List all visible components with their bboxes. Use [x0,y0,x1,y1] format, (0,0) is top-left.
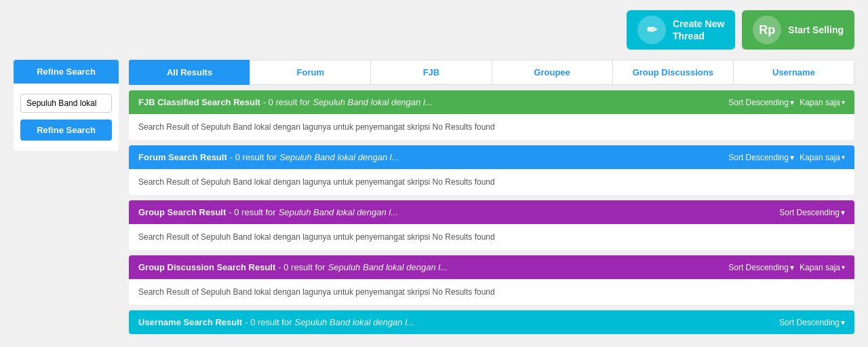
forum-query: Sepuluh Band lokal dengan l... [279,152,399,162]
tab-forum[interactable]: Forum [250,60,370,85]
username-title: Username Search Result [138,317,242,327]
forum-sort-label: Sort Descending [728,153,789,162]
fjb-kapan-control[interactable]: Kapan saja ▾ [800,98,845,107]
forum-header-right: Sort Descending ▾ Kapan saja ▾ [728,153,845,162]
group-disc-kapan-label: Kapan saja [800,263,840,272]
tab-groupee[interactable]: Groupee [492,60,612,85]
group-disc-title: Group Discussion Search Result [138,262,275,272]
fjb-sort-label: Sort Descending [728,98,789,107]
start-selling-icon: Rp [753,16,781,44]
group-disc-query: Sepuluh Band lokal dengan l... [328,262,448,272]
group-disc-result-body: Search Result of Sepuluh Band lokal deng… [129,279,854,305]
fjb-query: Sepuluh Band lokal dengan l... [313,97,432,107]
fjb-title: FJB Classified Search Result [138,97,260,107]
group-disc-header-left: Group Discussion Search Result - 0 resul… [138,262,448,272]
username-sort-arrow: ▾ [841,318,845,327]
result-section-fjb: FJB Classified Search Result - 0 result … [129,90,854,140]
fjb-sort-arrow: ▾ [790,98,794,107]
username-count: - 0 result for [245,317,292,327]
username-sort-control[interactable]: Sort Descending ▾ [779,318,845,327]
group-sort-control[interactable]: Sort Descending ▾ [779,208,845,217]
fjb-kapan-arrow: ▾ [842,98,845,106]
group-header-left: Group Search Result - 0 result for Sepul… [138,207,398,217]
fjb-count: - 0 result for [263,97,310,107]
fjb-sort-control[interactable]: Sort Descending ▾ [728,98,794,107]
tab-all-results[interactable]: All Results [129,60,250,85]
group-title: Group Search Result [138,207,226,217]
group-disc-header-right: Sort Descending ▾ Kapan saja ▾ [728,263,845,272]
group-sort-arrow: ▾ [841,208,845,217]
username-query: Sepuluh Band lokal dengan l... [295,317,414,327]
refine-search-button[interactable]: Refine Search [20,120,112,141]
forum-header-left: Forum Search Result - 0 result for Sepul… [138,152,399,162]
forum-sort-arrow: ▾ [790,153,794,162]
group-disc-sort-arrow: ▾ [790,263,794,272]
forum-sort-control[interactable]: Sort Descending ▾ [728,153,794,162]
group-disc-sort-label: Sort Descending [728,263,789,272]
forum-title: Forum Search Result [138,152,227,162]
start-selling-button[interactable]: Rp Start Selling [742,10,854,50]
tab-fjb[interactable]: FJB [370,60,491,85]
create-thread-label: Create NewThread [673,18,724,42]
create-thread-icon: ✏ [637,16,666,44]
group-sort-label: Sort Descending [779,208,840,217]
group-body-text: Search Result of Sepuluh Band lokal deng… [138,232,495,242]
forum-result-body: Search Result of Sepuluh Band lokal deng… [129,169,854,195]
main-container: Refine Search Refine Search All Results … [0,60,868,347]
forum-kapan-control[interactable]: Kapan saja ▾ [800,153,845,162]
header: ✏ Create NewThread Rp Start Selling [0,0,868,60]
group-query: Sepuluh Band lokal dengan l... [279,207,398,217]
fjb-kapan-label: Kapan saja [800,98,840,107]
forum-result-header: Forum Search Result - 0 result for Sepul… [129,145,854,169]
content: All Results Forum FJB Groupee Group Disc… [129,60,854,340]
result-section-group-discussion: Group Discussion Search Result - 0 resul… [129,255,854,305]
search-input[interactable] [20,94,112,113]
username-sort-label: Sort Descending [779,318,840,327]
group-disc-kapan-arrow: ▾ [842,263,845,271]
group-disc-kapan-control[interactable]: Kapan saja ▾ [800,263,845,272]
group-header-right: Sort Descending ▾ [779,208,845,217]
username-header-left: Username Search Result - 0 result for Se… [138,317,414,327]
tab-username[interactable]: Username [733,60,854,85]
create-thread-button[interactable]: ✏ Create NewThread [627,10,735,50]
forum-kapan-arrow: ▾ [842,153,845,161]
group-disc-sort-control[interactable]: Sort Descending ▾ [728,263,794,272]
username-result-header: Username Search Result - 0 result for Se… [129,310,854,334]
group-disc-body-text: Search Result of Sepuluh Band lokal deng… [138,287,495,297]
username-header-right: Sort Descending ▾ [779,318,845,327]
fjb-header-left: FJB Classified Search Result - 0 result … [138,97,433,107]
results-container: FJB Classified Search Result - 0 result … [129,90,854,340]
sidebar-content: Refine Search [14,84,119,151]
fjb-body-text: Search Result of Sepuluh Band lokal deng… [138,122,495,132]
group-disc-result-header: Group Discussion Search Result - 0 resul… [129,255,854,279]
fjb-result-header: FJB Classified Search Result - 0 result … [129,90,854,114]
group-result-header: Group Search Result - 0 result for Sepul… [129,200,854,224]
result-section-group: Group Search Result - 0 result for Sepul… [129,200,854,250]
sidebar-title: Refine Search [14,60,119,84]
forum-count: - 0 result for [230,152,277,162]
fjb-result-body: Search Result of Sepuluh Band lokal deng… [129,114,854,140]
start-selling-label: Start Selling [788,24,844,36]
sidebar: Refine Search Refine Search [14,60,119,340]
fjb-header-right: Sort Descending ▾ Kapan saja ▾ [728,98,845,107]
group-result-body: Search Result of Sepuluh Band lokal deng… [129,224,854,250]
group-disc-count: - 0 result for [278,262,325,272]
tabs: All Results Forum FJB Groupee Group Disc… [129,60,854,85]
forum-body-text: Search Result of Sepuluh Band lokal deng… [138,177,495,187]
group-count: - 0 result for [229,207,275,217]
tab-group-discussions[interactable]: Group Discussions [612,60,733,85]
result-section-forum: Forum Search Result - 0 result for Sepul… [129,145,854,195]
result-section-username: Username Search Result - 0 result for Se… [129,310,854,334]
forum-kapan-label: Kapan saja [800,153,840,162]
